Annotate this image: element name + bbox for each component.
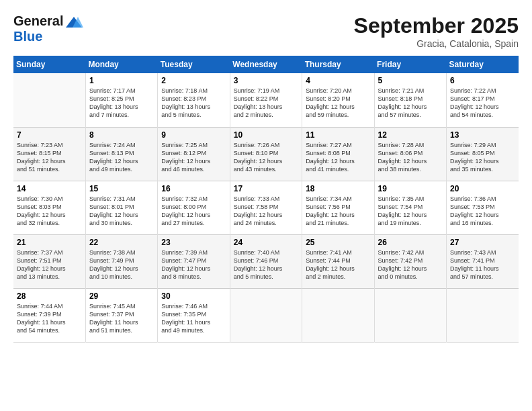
calendar-cell: 2Sunrise: 7:18 AMSunset: 8:23 PMDaylight…	[158, 73, 230, 127]
month-title: September 2025	[354, 13, 519, 38]
calendar-cell	[230, 288, 302, 342]
day-info: Sunrise: 7:28 AMSunset: 8:06 PMDaylight:…	[378, 141, 443, 174]
day-number: 8	[89, 130, 154, 140]
day-number: 13	[450, 130, 515, 140]
weekday-header: Friday	[374, 56, 446, 73]
day-info: Sunrise: 7:33 AMSunset: 7:58 PMDaylight:…	[234, 195, 298, 228]
day-number: 7	[17, 130, 82, 140]
day-number: 24	[234, 238, 298, 247]
day-info: Sunrise: 7:17 AMSunset: 8:25 PMDaylight:…	[89, 87, 154, 120]
calendar-cell	[447, 288, 519, 342]
day-info: Sunrise: 7:45 AMSunset: 7:37 PMDaylight:…	[89, 302, 154, 335]
day-info: Sunrise: 7:27 AMSunset: 8:08 PMDaylight:…	[306, 141, 370, 174]
calendar-cell: 27Sunrise: 7:43 AMSunset: 7:41 PMDayligh…	[447, 234, 519, 288]
day-info: Sunrise: 7:37 AMSunset: 7:51 PMDaylight:…	[17, 248, 82, 281]
calendar-cell: 20Sunrise: 7:36 AMSunset: 7:53 PMDayligh…	[447, 181, 519, 234]
day-number: 3	[234, 76, 298, 85]
day-info: Sunrise: 7:20 AMSunset: 8:20 PMDaylight:…	[306, 87, 370, 120]
day-info: Sunrise: 7:22 AMSunset: 8:17 PMDaylight:…	[450, 87, 515, 120]
calendar-cell: 26Sunrise: 7:42 AMSunset: 7:42 PMDayligh…	[374, 234, 446, 288]
calendar-cell: 7Sunrise: 7:23 AMSunset: 8:15 PMDaylight…	[13, 127, 85, 181]
day-info: Sunrise: 7:21 AMSunset: 8:18 PMDaylight:…	[378, 87, 443, 120]
day-number: 9	[161, 130, 226, 140]
day-info: Sunrise: 7:23 AMSunset: 8:15 PMDaylight:…	[17, 141, 82, 174]
calendar-cell: 25Sunrise: 7:41 AMSunset: 7:44 PMDayligh…	[302, 234, 374, 288]
calendar-cell: 30Sunrise: 7:46 AMSunset: 7:35 PMDayligh…	[158, 288, 230, 342]
day-number: 17	[234, 184, 298, 193]
calendar-cell: 18Sunrise: 7:34 AMSunset: 7:56 PMDayligh…	[302, 181, 374, 234]
calendar-cell: 17Sunrise: 7:33 AMSunset: 7:58 PMDayligh…	[230, 181, 302, 234]
day-info: Sunrise: 7:29 AMSunset: 8:05 PMDaylight:…	[450, 141, 515, 174]
day-info: Sunrise: 7:18 AMSunset: 8:23 PMDaylight:…	[161, 87, 226, 120]
day-number: 26	[378, 238, 443, 247]
day-number: 4	[306, 76, 370, 85]
logo: General Blue	[13, 13, 83, 44]
calendar-cell	[374, 288, 446, 342]
day-info: Sunrise: 7:38 AMSunset: 7:49 PMDaylight:…	[89, 248, 154, 281]
day-info: Sunrise: 7:19 AMSunset: 8:22 PMDaylight:…	[234, 87, 298, 120]
weekday-header: Wednesday	[230, 56, 302, 73]
day-info: Sunrise: 7:35 AMSunset: 7:54 PMDaylight:…	[378, 195, 443, 228]
day-info: Sunrise: 7:42 AMSunset: 7:42 PMDaylight:…	[378, 248, 443, 281]
day-info: Sunrise: 7:31 AMSunset: 8:01 PMDaylight:…	[89, 195, 154, 228]
calendar-cell: 15Sunrise: 7:31 AMSunset: 8:01 PMDayligh…	[85, 181, 157, 234]
day-number: 25	[306, 238, 370, 247]
calendar-cell: 16Sunrise: 7:32 AMSunset: 8:00 PMDayligh…	[158, 181, 230, 234]
day-number: 18	[306, 184, 370, 193]
day-info: Sunrise: 7:25 AMSunset: 8:12 PMDaylight:…	[161, 141, 226, 174]
day-number: 12	[378, 130, 443, 140]
weekday-header: Thursday	[302, 56, 374, 73]
calendar-cell: 11Sunrise: 7:27 AMSunset: 8:08 PMDayligh…	[302, 127, 374, 181]
calendar-cell: 1Sunrise: 7:17 AMSunset: 8:25 PMDaylight…	[85, 73, 157, 127]
day-number: 30	[161, 291, 226, 301]
day-number: 20	[450, 184, 515, 193]
day-info: Sunrise: 7:44 AMSunset: 7:39 PMDaylight:…	[17, 302, 82, 335]
calendar-cell: 14Sunrise: 7:30 AMSunset: 8:03 PMDayligh…	[13, 181, 85, 234]
logo-icon	[64, 15, 83, 29]
day-number: 1	[89, 76, 154, 85]
day-number: 21	[17, 238, 82, 247]
day-info: Sunrise: 7:43 AMSunset: 7:41 PMDaylight:…	[450, 248, 515, 281]
day-number: 23	[161, 238, 226, 247]
weekday-header: Tuesday	[158, 56, 230, 73]
day-number: 16	[161, 184, 226, 193]
weekday-header: Sunday	[13, 56, 85, 73]
day-number: 15	[89, 184, 154, 193]
day-number: 19	[378, 184, 443, 193]
calendar-cell: 28Sunrise: 7:44 AMSunset: 7:39 PMDayligh…	[13, 288, 85, 342]
day-number: 14	[17, 184, 82, 193]
day-info: Sunrise: 7:40 AMSunset: 7:46 PMDaylight:…	[234, 248, 298, 281]
calendar-cell: 13Sunrise: 7:29 AMSunset: 8:05 PMDayligh…	[447, 127, 519, 181]
title-section: September 2025 Gracia, Catalonia, Spain	[354, 13, 519, 49]
calendar-cell	[302, 288, 374, 342]
calendar-table: SundayMondayTuesdayWednesdayThursdayFrid…	[13, 56, 519, 342]
weekday-header: Monday	[85, 56, 157, 73]
location: Gracia, Catalonia, Spain	[354, 38, 519, 49]
calendar-cell: 23Sunrise: 7:39 AMSunset: 7:47 PMDayligh…	[158, 234, 230, 288]
day-number: 6	[450, 76, 515, 85]
logo-text: General	[13, 13, 83, 29]
week-row: 14Sunrise: 7:30 AMSunset: 8:03 PMDayligh…	[13, 181, 519, 234]
calendar-cell: 4Sunrise: 7:20 AMSunset: 8:20 PMDaylight…	[302, 73, 374, 127]
calendar-cell: 3Sunrise: 7:19 AMSunset: 8:22 PMDaylight…	[230, 73, 302, 127]
day-info: Sunrise: 7:34 AMSunset: 7:56 PMDaylight:…	[306, 195, 370, 228]
day-number: 2	[161, 76, 226, 85]
calendar-cell: 9Sunrise: 7:25 AMSunset: 8:12 PMDaylight…	[158, 127, 230, 181]
day-info: Sunrise: 7:30 AMSunset: 8:03 PMDaylight:…	[17, 195, 82, 228]
week-row: 1Sunrise: 7:17 AMSunset: 8:25 PMDaylight…	[13, 73, 519, 127]
week-row: 7Sunrise: 7:23 AMSunset: 8:15 PMDaylight…	[13, 127, 519, 181]
day-info: Sunrise: 7:36 AMSunset: 7:53 PMDaylight:…	[450, 195, 515, 228]
day-info: Sunrise: 7:26 AMSunset: 8:10 PMDaylight:…	[234, 141, 298, 174]
week-row: 21Sunrise: 7:37 AMSunset: 7:51 PMDayligh…	[13, 234, 519, 288]
calendar-cell: 19Sunrise: 7:35 AMSunset: 7:54 PMDayligh…	[374, 181, 446, 234]
calendar-cell	[13, 73, 85, 127]
weekday-header-row: SundayMondayTuesdayWednesdayThursdayFrid…	[13, 56, 519, 73]
logo-blue: Blue	[13, 29, 83, 44]
calendar-cell: 24Sunrise: 7:40 AMSunset: 7:46 PMDayligh…	[230, 234, 302, 288]
day-info: Sunrise: 7:24 AMSunset: 8:13 PMDaylight:…	[89, 141, 154, 174]
day-number: 5	[378, 76, 443, 85]
calendar-cell: 12Sunrise: 7:28 AMSunset: 8:06 PMDayligh…	[374, 127, 446, 181]
day-number: 22	[89, 238, 154, 247]
day-info: Sunrise: 7:32 AMSunset: 8:00 PMDaylight:…	[161, 195, 226, 228]
day-info: Sunrise: 7:39 AMSunset: 7:47 PMDaylight:…	[161, 248, 226, 281]
